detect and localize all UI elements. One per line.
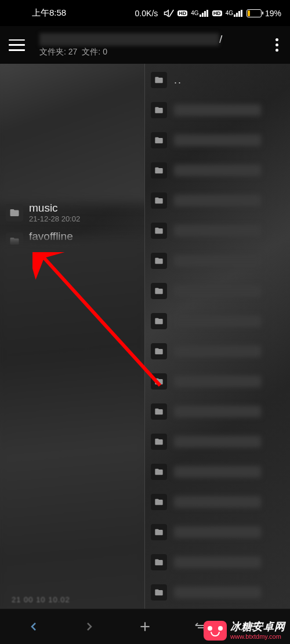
folder-name-blurred xyxy=(174,255,261,267)
right-folder-item[interactable] xyxy=(148,310,287,333)
folder-icon xyxy=(151,313,167,329)
right-file-panel[interactable]: .. xyxy=(145,64,290,609)
right-folder-item[interactable] xyxy=(148,129,287,152)
signal-1: 4G xyxy=(191,10,208,17)
folder-icon xyxy=(151,223,167,239)
folder-icon xyxy=(151,192,167,209)
folder-icon xyxy=(151,283,167,299)
watermark: 冰糖安卓网 www.btxtdmy.com xyxy=(204,621,285,641)
right-folder-item[interactable] xyxy=(148,460,287,483)
left-blurred-area-bottom xyxy=(0,238,145,609)
up-dir-label: .. xyxy=(174,74,182,86)
folder-icon xyxy=(151,72,167,88)
right-folder-item[interactable] xyxy=(148,340,287,363)
right-folder-item[interactable] xyxy=(148,370,287,393)
folder-icon xyxy=(6,204,23,221)
right-folder-item[interactable] xyxy=(148,490,287,514)
status-bar: 上午8:58 0.0K/s HD 4G HD 4G 19% xyxy=(0,0,290,26)
status-right-icons: 0.0K/s HD 4G HD 4G 19% xyxy=(66,8,281,19)
folder-name-blurred xyxy=(174,376,261,387)
folder-name-blurred xyxy=(174,496,261,508)
folder-name-blurred xyxy=(174,466,261,478)
folder-name-blurred xyxy=(174,406,261,417)
watermark-text: 冰糖安卓网 www.btxtdmy.com xyxy=(230,621,285,640)
up-directory[interactable]: .. xyxy=(148,68,287,92)
folder-name-blurred xyxy=(174,315,261,327)
hd-badge-2: HD xyxy=(212,10,222,16)
left-blurred-area-top xyxy=(0,64,145,204)
folder-icon xyxy=(151,373,167,390)
battery-fill xyxy=(248,10,250,16)
net-speed: 0.0K/s xyxy=(135,9,158,18)
battery-percent: 19% xyxy=(265,9,281,18)
folder-date: 21-12-28 20:02 xyxy=(29,214,80,223)
svg-line-0 xyxy=(169,10,174,17)
hd-badge-1: HD xyxy=(177,10,187,16)
right-folder-item[interactable] xyxy=(148,400,287,423)
right-folder-item[interactable] xyxy=(148,279,287,303)
folder-item-music[interactable]: music 21-12-28 20:02 xyxy=(0,198,144,227)
app-bar: / 文件夹: 27 文件: 0 xyxy=(0,26,290,64)
signal-2: 4G xyxy=(226,10,243,17)
main-content: music 21-12-28 20:02 favoffline 21-11-28… xyxy=(0,64,290,609)
left-file-panel[interactable]: music 21-12-28 20:02 favoffline 21-11-28… xyxy=(0,64,145,609)
folder-icon xyxy=(151,584,167,601)
folder-name-blurred xyxy=(174,526,261,538)
folder-icon xyxy=(151,102,167,118)
folder-name-blurred xyxy=(174,556,261,568)
more-options-button[interactable] xyxy=(273,35,281,54)
folder-icon xyxy=(151,554,167,570)
folder-icon xyxy=(151,132,167,148)
right-folder-item[interactable] xyxy=(148,99,287,122)
menu-button[interactable] xyxy=(9,39,25,51)
folder-icon xyxy=(151,403,167,420)
folder-icon xyxy=(151,253,167,269)
folder-name-blurred xyxy=(174,195,261,206)
watermark-logo xyxy=(204,621,227,641)
folder-stats: 文件夹: 27 文件: 0 xyxy=(39,47,273,57)
right-folder-item[interactable] xyxy=(148,551,287,574)
folder-icon xyxy=(151,162,167,179)
battery-icon xyxy=(246,9,262,17)
nav-back-button[interactable] xyxy=(19,612,48,641)
folder-name-blurred xyxy=(174,225,261,237)
right-folder-item[interactable] xyxy=(148,521,287,544)
right-folder-item[interactable] xyxy=(148,430,287,453)
folder-icon xyxy=(151,524,167,540)
folder-icon xyxy=(151,464,167,480)
right-folder-item[interactable] xyxy=(148,189,287,212)
folder-name: music xyxy=(29,202,80,214)
folder-name-blurred xyxy=(174,345,261,357)
mute-icon xyxy=(164,8,174,19)
folder-icon xyxy=(151,343,167,359)
right-folder-item[interactable] xyxy=(148,249,287,272)
folder-name-blurred xyxy=(174,104,261,116)
folder-name-blurred xyxy=(174,436,261,447)
folder-icon xyxy=(151,434,167,450)
folder-name-blurred xyxy=(174,587,261,598)
title-area[interactable]: / 文件夹: 27 文件: 0 xyxy=(39,33,273,57)
nav-add-button[interactable] xyxy=(130,612,160,641)
nav-forward-button[interactable] xyxy=(75,612,104,641)
folder-icon xyxy=(151,494,167,510)
folder-name-blurred xyxy=(174,165,261,176)
right-folder-item[interactable] xyxy=(148,581,287,604)
folder-name-blurred xyxy=(174,285,261,297)
right-folder-item[interactable] xyxy=(148,159,287,182)
right-folder-item[interactable] xyxy=(148,219,287,242)
left-bottom-date: 21 00 10 10.02 xyxy=(12,595,70,604)
path-display: / xyxy=(39,33,273,46)
path-suffix: / xyxy=(219,33,222,46)
folder-name-blurred xyxy=(174,134,261,146)
status-time: 上午8:58 xyxy=(9,8,66,19)
path-blurred xyxy=(39,33,219,46)
